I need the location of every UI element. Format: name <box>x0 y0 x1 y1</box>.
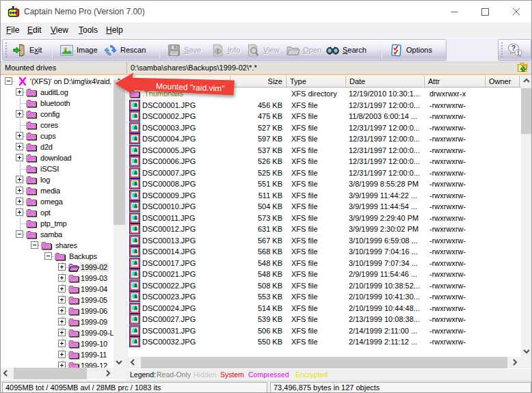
file-row[interactable]: DSC00014.JPG568 KBXFS file3/10/1999 7:04… <box>128 246 521 257</box>
column-header-name[interactable]: Name <box>128 76 230 87</box>
tree-item[interactable]: cores <box>1 120 114 131</box>
file-row[interactable]: .ThumbnailsXFS directory12/19/2010 10:30… <box>128 88 521 99</box>
file-row[interactable]: DSC00017.JPG548 KBXFS file3/10/1999 7:07… <box>128 258 521 269</box>
tree-item-label[interactable]: bluetooth <box>39 98 71 108</box>
tree-item-label[interactable]: auditLog <box>39 87 70 97</box>
tree-item-label[interactable]: iSCSI <box>39 164 60 174</box>
tree-item-label[interactable]: 1999-03 <box>79 273 109 283</box>
column-header-attr[interactable]: Attr <box>425 76 486 87</box>
menu-file[interactable]: File <box>6 23 19 38</box>
tree-item-label[interactable]: media <box>39 186 62 195</box>
tree-item[interactable]: 1999-09 <box>1 316 114 327</box>
tree-item[interactable]: 1999-02 <box>1 262 114 273</box>
file-row[interactable]: DSC00009.JPG511 KBXFS file3/9/1999 11:44… <box>128 190 521 201</box>
tree-item-label[interactable]: 1999-06 <box>79 306 109 316</box>
tree-expander-collapsed[interactable] <box>58 285 66 293</box>
tree-item[interactable]: opt <box>1 207 114 218</box>
tree-item[interactable]: '(XFS)' on D:\img\ix4\raid. <box>1 76 114 87</box>
tree-item-label[interactable]: Backups <box>68 252 98 261</box>
tree-expander-collapsed[interactable] <box>58 274 66 282</box>
tree-horizontal-scrollbar[interactable] <box>1 368 114 379</box>
tree-item-label[interactable]: log <box>39 175 51 185</box>
close-button[interactable] <box>501 1 531 23</box>
scroll-thumb[interactable] <box>521 88 532 134</box>
tree-item-label[interactable]: cores <box>39 120 59 130</box>
tree-item-label[interactable]: samba <box>39 230 64 239</box>
tree-expander-collapsed[interactable] <box>16 88 23 96</box>
tree-expander-expanded[interactable] <box>44 252 52 260</box>
tree-expander-collapsed[interactable] <box>16 208 23 216</box>
tree-item-label[interactable]: d2d <box>39 142 54 152</box>
file-row[interactable]: DSC00024.JPG514 KBXFS file2/10/1999 10:4… <box>128 303 521 314</box>
column-header-type[interactable]: Type <box>287 76 346 87</box>
tree-item-label[interactable]: opt <box>39 208 52 217</box>
tree-expander-collapsed[interactable] <box>58 307 66 314</box>
tree-item-label[interactable]: 1999-02 <box>79 262 109 272</box>
tree-item[interactable]: shares <box>1 240 114 251</box>
tree-item-label[interactable]: 1999-12 <box>79 361 109 368</box>
toolbar-grip[interactable] <box>5 42 8 57</box>
search-button[interactable]: Search <box>323 40 377 59</box>
file-row[interactable]: DSC00005.JPG537 KBXFS file12/31/1997 12:… <box>128 145 521 156</box>
file-row[interactable]: DSC00027.JPG539 KBXFS file2/13/1999 10:0… <box>128 314 521 325</box>
tree-item-label[interactable]: 1999-09 <box>79 317 109 327</box>
tree-expander-collapsed[interactable] <box>58 318 66 325</box>
tree-item[interactable]: cups <box>1 131 114 141</box>
menu-help[interactable]: Help <box>106 23 123 38</box>
tree-expander-collapsed[interactable] <box>58 263 66 271</box>
tree-expander-expanded[interactable] <box>31 241 38 249</box>
menu-tools[interactable]: Tools <box>79 23 98 38</box>
tree-expander-collapsed[interactable] <box>58 351 66 358</box>
tree-item[interactable]: 1999-10 <box>1 338 114 349</box>
tree-expander-collapsed[interactable] <box>58 362 66 368</box>
file-row[interactable]: DSC00001.JPG456 KBXFS file12/31/1997 12:… <box>128 100 521 111</box>
help-toolbar-grip[interactable] <box>501 42 503 57</box>
tree-item-label[interactable]: ptp_tmp <box>39 219 68 228</box>
file-row[interactable]: DSC00008.JPG551 KBXFS file3/8/1999 8:55:… <box>128 178 521 189</box>
tree-expander-collapsed[interactable] <box>16 187 23 194</box>
tree-item[interactable]: config <box>1 109 114 120</box>
file-row[interactable]: DSC00003.JPG527 KBXFS file12/31/1997 12:… <box>128 122 521 133</box>
tree-item[interactable]: samba <box>1 229 114 240</box>
scroll-arrow-down[interactable] <box>115 358 123 366</box>
file-row[interactable]: DSC00031.JPG506 KBXFS file2/14/1999 2:11… <box>128 325 521 336</box>
tree-item[interactable]: d2d <box>1 141 114 152</box>
tree-expander-collapsed[interactable] <box>16 132 23 139</box>
tree-item-label[interactable]: cups <box>39 131 57 141</box>
tree-item-label[interactable]: 1999-04 <box>79 284 109 294</box>
tree-expander-collapsed[interactable] <box>58 340 66 347</box>
tree-item[interactable]: 1999-11 <box>1 349 114 360</box>
scroll-thumb[interactable] <box>141 357 507 368</box>
tree-item[interactable]: omega <box>1 196 114 207</box>
column-header-size[interactable]: Size <box>230 76 287 87</box>
tree-item[interactable]: auditLog <box>1 87 114 98</box>
tree-item-label[interactable]: 1999-05 <box>79 295 109 305</box>
scroll-arrow-right[interactable] <box>511 358 519 366</box>
tree-item[interactable]: 1999-06 <box>1 306 114 316</box>
file-row[interactable]: DSC00032.JPG550 KBXFS file2/14/1999 2:11… <box>128 336 521 347</box>
tree-item-label[interactable]: shares <box>54 241 79 250</box>
tree-item-label[interactable]: 1999-11 <box>79 350 108 360</box>
tree-item[interactable]: log <box>1 174 114 185</box>
maximize-button[interactable] <box>470 1 501 23</box>
tree-expander-expanded[interactable] <box>5 77 12 85</box>
folder-up-icon[interactable] <box>516 62 528 73</box>
file-row[interactable]: DSC00011.JPG573 KBXFS file3/9/1999 2:29:… <box>128 213 521 223</box>
file-row[interactable]: DSC00023.JPG553 KBXFS file2/10/1999 10:4… <box>128 291 521 302</box>
file-row[interactable]: DSC00004.JPG597 KBXFS file12/31/1997 12:… <box>128 133 521 144</box>
scroll-thumb[interactable] <box>14 368 87 379</box>
menu-view[interactable]: View <box>51 23 68 38</box>
tree-expander-collapsed[interactable] <box>16 110 23 118</box>
scroll-arrow-up[interactable] <box>522 77 531 85</box>
tree-item-label[interactable]: 1999-10 <box>79 339 109 349</box>
tree-item[interactable]: media <box>1 185 114 196</box>
file-row[interactable]: DSC00013.JPG567 KBXFS file3/10/1999 6:59… <box>128 235 521 246</box>
tree-item-label[interactable]: download <box>39 153 73 163</box>
file-row[interactable]: DSC00006.JPG526 KBXFS file12/31/1997 12:… <box>128 156 521 167</box>
tree-expander-collapsed[interactable] <box>16 143 23 150</box>
file-row[interactable]: DSC00002.JPG475 KBXFS file11/8/2003 6:00… <box>128 111 521 122</box>
file-row[interactable]: DSC00021.JPG548 KBXFS file2/9/1999 11:54… <box>128 269 521 280</box>
tree-item[interactable]: Backups <box>1 251 114 262</box>
options-button[interactable]: Options <box>386 40 440 59</box>
tree-expander-collapsed[interactable] <box>58 329 66 336</box>
